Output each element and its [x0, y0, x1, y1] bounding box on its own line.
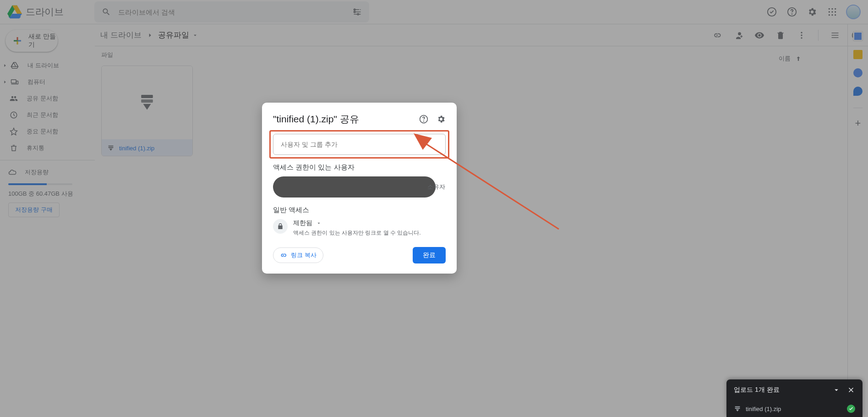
link-icon [280, 252, 287, 259]
dialog-actions: 링크 복사 완료 [273, 247, 446, 263]
owner-role-text: 소유자 [427, 183, 445, 191]
access-text: 제한됨 액세스 권한이 있는 사용자만 링크로 열 수 있습니다. [293, 219, 421, 237]
share-dialog: "tinified (1).zip" 공유 액세스 권한이 있는 사용자 소유자… [262, 103, 457, 274]
zip-small-icon [734, 405, 741, 412]
toast-file-row[interactable]: tinified (1).zip [726, 401, 863, 417]
svg-rect-31 [735, 408, 740, 409]
done-button[interactable]: 완료 [413, 247, 446, 263]
settings-icon[interactable] [437, 115, 446, 124]
toast-header: 업로드 1개 완료 [726, 379, 863, 401]
access-mode-dropdown[interactable]: 제한됨 [293, 219, 421, 227]
add-people-input[interactable] [273, 134, 446, 155]
help-icon[interactable] [419, 115, 428, 124]
access-sub-text: 액세스 권한이 있는 사용자만 링크로 열 수 있습니다. [293, 229, 421, 237]
chevron-down-icon[interactable] [832, 386, 841, 394]
upload-toast: 업로드 1개 완료 tinified (1).zip [726, 379, 863, 417]
check-icon [847, 405, 855, 413]
svg-point-27 [424, 121, 424, 121]
copy-link-button[interactable]: 링크 복사 [273, 247, 323, 263]
toast-title: 업로드 1개 완료 [734, 386, 780, 394]
toast-file-name: tinified (1).zip [746, 406, 842, 412]
general-access-label: 일반 액세스 [273, 206, 446, 214]
dialog-header: "tinified (1).zip" 공유 [273, 113, 446, 126]
svg-rect-30 [735, 406, 740, 407]
lock-icon [273, 219, 288, 234]
add-people-field-wrap [273, 134, 446, 155]
close-icon[interactable] [847, 386, 855, 394]
chevron-down-icon [316, 220, 322, 226]
owner-redacted [273, 176, 436, 198]
general-access-row: 제한됨 액세스 권한이 있는 사용자만 링크로 열 수 있습니다. [273, 219, 446, 237]
access-users-label: 액세스 권한이 있는 사용자 [273, 163, 446, 172]
owner-row: 소유자 [273, 176, 446, 198]
dialog-title: "tinified (1).zip" 공유 [273, 113, 419, 126]
copy-link-label: 링크 복사 [291, 251, 317, 259]
